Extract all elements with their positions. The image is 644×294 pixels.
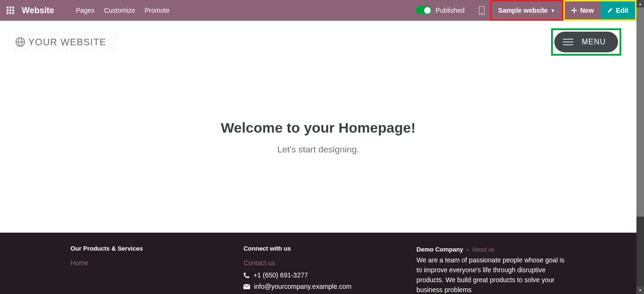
footer-about-link[interactable]: About us — [472, 246, 494, 253]
hero-section: Welcome to your Homepage! Let's start de… — [0, 63, 636, 155]
menu-label: MENU — [582, 38, 606, 46]
globe-icon — [15, 37, 25, 47]
brand-label[interactable]: Website — [21, 6, 71, 16]
edit-button[interactable]: Edit — [601, 1, 635, 19]
footer-phone-text: +1 (650) 691-3277 — [253, 271, 308, 279]
hero-title: Welcome to your Homepage! — [0, 120, 636, 136]
scroll-down-arrow-icon[interactable]: ▼ — [636, 286, 644, 294]
footer-col-products: Our Products & Services Home — [71, 245, 220, 294]
published-label: Published — [435, 7, 465, 14]
hero-subtitle: Let's start designing. — [0, 144, 636, 155]
site-switcher-label: Sample website — [498, 7, 548, 14]
footer-dash: - — [465, 246, 470, 253]
top-navbar: Website Pages Customize Promote Publishe… — [0, 0, 636, 21]
scrollbar-thumb[interactable] — [636, 8, 644, 217]
svg-point-10 — [481, 13, 482, 14]
envelope-icon — [243, 284, 250, 289]
edit-button-label: Edit — [616, 7, 628, 14]
footer-products-title: Our Products & Services — [71, 245, 220, 252]
footer-phone: +1 (650) 691-3277 — [243, 271, 393, 279]
site-logo[interactable]: YOUR WEBSITE — [15, 37, 106, 48]
logo-text: YOUR WEBSITE — [28, 37, 106, 48]
site-header: YOUR WEBSITE MENU — [0, 21, 636, 63]
menu-button-highlight: MENU — [551, 28, 621, 56]
nav-customize[interactable]: Customize — [99, 0, 140, 21]
new-button-label: New — [580, 7, 594, 14]
nav-promote[interactable]: Promote — [140, 0, 175, 21]
footer-email: info@yourcompany.example.com — [243, 283, 393, 290]
footer-col-connect: Connect with us Contact us +1 (650) 691-… — [243, 245, 393, 294]
hamburger-icon — [563, 39, 573, 45]
svg-rect-6 — [7, 12, 8, 14]
svg-rect-4 — [9, 9, 11, 11]
menu-button[interactable]: MENU — [554, 32, 618, 52]
svg-rect-3 — [7, 9, 8, 11]
site-switcher-dropdown[interactable]: Sample website ▼ — [490, 0, 563, 21]
footer: Our Products & Services Home Connect wit… — [0, 233, 636, 294]
footer-contact-link[interactable]: Contact us — [243, 259, 275, 267]
svg-rect-8 — [12, 12, 14, 14]
svg-rect-1 — [9, 7, 11, 8]
svg-rect-12 — [571, 10, 577, 11]
nav-pages[interactable]: Pages — [71, 0, 100, 21]
svg-rect-0 — [7, 7, 8, 8]
plus-icon — [571, 8, 577, 13]
svg-rect-7 — [9, 12, 11, 14]
footer-email-text: info@yourcompany.example.com — [254, 283, 351, 290]
svg-rect-2 — [12, 7, 14, 8]
mobile-preview-icon[interactable] — [473, 0, 490, 21]
footer-connect-title: Connect with us — [243, 245, 393, 252]
vertical-scrollbar[interactable]: ▲ ▼ — [636, 0, 644, 294]
footer-col-company: Demo Company - About us We are a team of… — [417, 245, 566, 294]
footer-home-link[interactable]: Home — [71, 259, 88, 267]
scrollbar-track[interactable] — [636, 8, 644, 286]
published-toggle[interactable] — [416, 6, 432, 15]
action-button-group: New Edit — [563, 0, 636, 21]
new-button[interactable]: New — [565, 1, 601, 19]
pencil-icon — [607, 8, 613, 13]
footer-company-name: Demo Company — [417, 246, 463, 253]
apps-grid-icon[interactable] — [0, 0, 21, 21]
scroll-up-arrow-icon[interactable]: ▲ — [636, 0, 644, 8]
footer-blurb: We are a team of passionate people whose… — [417, 255, 566, 294]
caret-down-icon: ▼ — [551, 8, 555, 13]
svg-rect-5 — [12, 9, 14, 11]
phone-icon — [243, 272, 250, 278]
